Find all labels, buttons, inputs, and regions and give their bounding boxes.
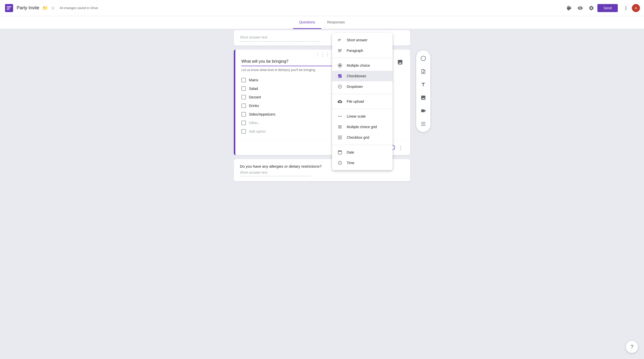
svg-rect-14 xyxy=(340,138,342,139)
paragraph-label: Paragraph xyxy=(347,49,363,53)
star-icon[interactable]: ☆ xyxy=(51,5,55,11)
svg-rect-2 xyxy=(7,8,10,8)
dropdown-item-checkboxes[interactable]: Checkboxes xyxy=(332,71,393,81)
tab-responses[interactable]: Responses xyxy=(321,16,351,29)
checkbox-sides[interactable] xyxy=(241,112,246,117)
svg-rect-1 xyxy=(7,6,11,7)
add-image-button[interactable] xyxy=(417,92,429,104)
dropdown-icon xyxy=(337,84,343,89)
date-icon xyxy=(337,150,343,155)
option-label-dessert: Dessert xyxy=(249,95,261,99)
svg-point-15 xyxy=(421,56,426,61)
short-answer-icon xyxy=(337,37,343,43)
tab-questions[interactable]: Questions xyxy=(293,16,321,29)
mc-grid-label: Multiple choice grid xyxy=(347,125,377,129)
add-section-button[interactable] xyxy=(417,118,429,130)
dropdown-item-file-upload[interactable]: File upload xyxy=(332,96,393,107)
checkbox-grid-icon xyxy=(337,135,343,140)
question-type-dropdown: Short answer Paragraph Multiple choice xyxy=(332,33,393,170)
paragraph-icon xyxy=(337,48,343,53)
time-icon xyxy=(337,160,343,166)
multiple-choice-icon xyxy=(337,63,343,68)
linear-scale-icon xyxy=(337,114,343,119)
settings-button[interactable] xyxy=(586,3,596,13)
app-icon xyxy=(4,3,14,13)
option-label-other: Other... xyxy=(249,121,261,125)
add-video-button[interactable] xyxy=(417,105,429,117)
dropdown-item-time[interactable]: Time xyxy=(332,158,393,168)
checkbox-dessert[interactable] xyxy=(241,95,246,99)
dropdown-item-paragraph[interactable]: Paragraph xyxy=(332,45,393,56)
dropdown-item-linear-scale[interactable]: Linear scale xyxy=(332,111,393,122)
short-answer-label: Short answer xyxy=(347,38,367,42)
preview-button[interactable] xyxy=(575,3,585,13)
option-label-mains: Mains xyxy=(249,78,258,82)
topbar-left: Party Invite 📁 ☆ All changes saved in Dr… xyxy=(4,3,564,13)
dropdown-label: Dropdown xyxy=(347,85,363,89)
linear-scale-label: Linear scale xyxy=(347,114,366,118)
option-label-drinks: Drinks xyxy=(249,104,259,108)
option-label-salad: Salad xyxy=(249,87,258,91)
dropdown-item-multiple-choice[interactable]: Multiple choice xyxy=(332,60,393,71)
add-question-button[interactable] xyxy=(417,52,429,64)
dropdown-item-short-answer[interactable]: Short answer xyxy=(332,35,393,45)
checkbox-drinks[interactable] xyxy=(241,103,246,108)
checkbox-add[interactable] xyxy=(241,129,246,134)
right-sidebar-tools xyxy=(416,50,430,132)
dropdown-item-date[interactable]: Date xyxy=(332,147,393,158)
dropdown-item-checkbox-grid[interactable]: Checkbox grid xyxy=(332,132,393,143)
help-button[interactable]: ? xyxy=(626,341,638,353)
checkbox-mains[interactable] xyxy=(241,78,246,82)
file-upload-icon xyxy=(337,99,343,104)
svg-rect-11 xyxy=(338,136,339,137)
checkboxes-label: Checkboxes xyxy=(347,74,366,78)
dropdown-item-dropdown[interactable]: Dropdown xyxy=(332,81,393,92)
checkbox-salad[interactable] xyxy=(241,86,246,91)
add-image-to-question-button[interactable] xyxy=(396,58,404,67)
svg-rect-13 xyxy=(338,138,339,139)
divider-3 xyxy=(332,109,393,109)
option-label-sides: Sides/Appetizers xyxy=(249,112,275,116)
checkbox-other[interactable] xyxy=(241,121,246,125)
divider-1 xyxy=(332,58,393,58)
import-questions-button[interactable] xyxy=(417,65,429,78)
svg-point-5 xyxy=(339,64,341,66)
svg-rect-12 xyxy=(340,136,342,137)
time-label: Time xyxy=(347,161,355,165)
send-button[interactable]: Send xyxy=(597,4,618,12)
date-label: Date xyxy=(347,150,354,154)
option-label-add: Add option xyxy=(249,129,266,133)
dropdown-item-mc-grid[interactable]: Multiple choice grid xyxy=(332,122,393,132)
topbar: Party Invite 📁 ☆ All changes saved in Dr… xyxy=(0,0,644,16)
document-title: Party Invite xyxy=(17,5,39,11)
divider-2 xyxy=(332,94,393,94)
file-upload-label: File upload xyxy=(347,99,364,103)
svg-rect-3 xyxy=(7,9,9,10)
svg-rect-6 xyxy=(338,74,342,78)
checkbox-grid-label: Checkbox grid xyxy=(347,135,369,139)
topbar-icons: Send A xyxy=(564,3,640,13)
folder-icon[interactable]: 📁 xyxy=(42,5,48,11)
more-options-button[interactable] xyxy=(621,3,631,13)
palette-button[interactable] xyxy=(564,3,574,13)
short-answer-placeholder-text: Short answer text xyxy=(240,35,320,42)
mc-grid-icon xyxy=(337,124,343,130)
user-avatar[interactable]: A xyxy=(632,4,640,12)
tabs-bar: Questions Responses xyxy=(0,16,644,29)
add-title-button[interactable] xyxy=(417,79,429,91)
saved-status: All changes saved in Drive xyxy=(59,6,98,10)
divider-4 xyxy=(332,145,393,145)
more-options-card-button[interactable]: ⋮ xyxy=(397,143,404,152)
multiple-choice-label: Multiple choice xyxy=(347,63,370,67)
bottom-short-answer-placeholder: Short answer text xyxy=(240,170,310,176)
checkboxes-icon xyxy=(337,73,343,79)
